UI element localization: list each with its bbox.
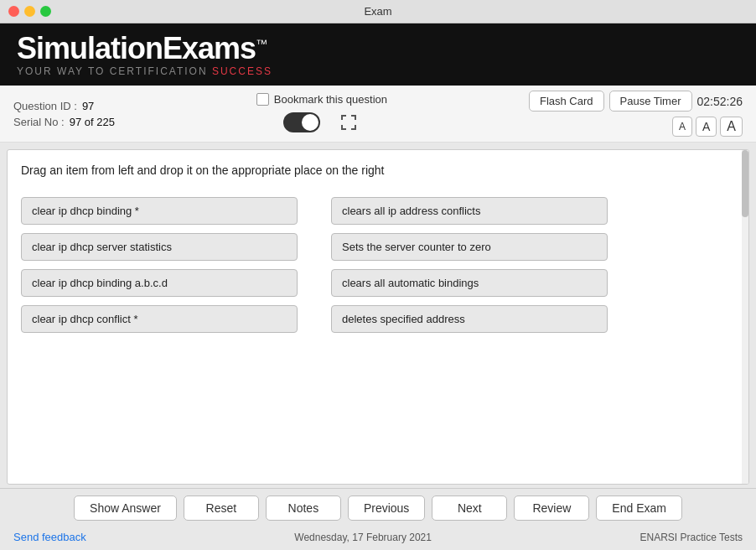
reset-button[interactable]: Reset xyxy=(184,496,259,521)
notes-button[interactable]: Notes xyxy=(266,496,341,521)
app-name: SimulationExams xyxy=(17,31,256,65)
question-info: Question ID : 97 Serial No : 97 of 225 xyxy=(13,100,115,128)
toggle-fullscreen-row xyxy=(283,111,360,134)
font-size-small-button[interactable]: A xyxy=(672,117,692,137)
question-id-value: 97 xyxy=(82,100,94,112)
flash-card-button[interactable]: Flash Card xyxy=(529,91,604,112)
main-content-area: Drag an item from left and drop it on th… xyxy=(7,149,749,485)
trademark: ™ xyxy=(256,37,267,50)
status-brand: ENARSI Practice Tests xyxy=(640,532,743,543)
info-right: Flash Card Pause Timer 02:52:26 A A A xyxy=(529,91,743,137)
instruction-text: Drag an item from left and drop it on th… xyxy=(21,163,735,177)
status-bar: Send feedback Wednesday, 17 February 202… xyxy=(0,527,756,550)
scrollbar-track[interactable] xyxy=(742,150,748,484)
right-drop-item-3[interactable]: deletes specified address xyxy=(331,305,608,333)
drag-drop-grid: clear ip dhcp binding * clears all ip ad… xyxy=(21,197,608,333)
right-drop-item-0[interactable]: clears all ip address conflicts xyxy=(331,197,608,225)
left-drag-item-0[interactable]: clear ip dhcp binding * xyxy=(21,197,298,225)
scrollbar-thumb[interactable] xyxy=(742,150,748,217)
app-logo: SimulationExams™ xyxy=(17,34,267,64)
end-exam-button[interactable]: End Exam xyxy=(596,496,682,521)
dark-mode-toggle[interactable] xyxy=(283,112,320,132)
serial-no-value: 97 of 225 xyxy=(70,116,115,128)
next-button[interactable]: Next xyxy=(432,496,507,521)
tagline-your: YOUR xyxy=(17,65,53,77)
left-drag-item-2[interactable]: clear ip dhcp binding a.b.c.d xyxy=(21,269,298,297)
top-buttons-row: Flash Card Pause Timer 02:52:26 xyxy=(529,91,743,112)
left-drag-item-1[interactable]: clear ip dhcp server statistics xyxy=(21,233,298,261)
show-answer-button[interactable]: Show Answer xyxy=(74,496,177,521)
app-banner: SimulationExams™ YOUR WAY TO CERTIFICATI… xyxy=(0,23,756,86)
title-bar: Exam xyxy=(0,0,756,23)
font-size-large-button[interactable]: A xyxy=(720,117,743,137)
footer-buttons: Show Answer Reset Notes Previous Next Re… xyxy=(0,488,756,527)
question-id-row: Question ID : 97 xyxy=(13,100,115,112)
pause-timer-button[interactable]: Pause Timer xyxy=(609,91,692,112)
minimize-button[interactable] xyxy=(24,6,35,17)
tagline-success: SUCCESS xyxy=(212,65,272,77)
info-center: Bookmark this question xyxy=(132,93,512,134)
maximize-button[interactable] xyxy=(40,6,51,17)
right-drop-item-2[interactable]: clears all automatic bindings xyxy=(331,269,608,297)
close-button[interactable] xyxy=(8,6,19,17)
bookmark-checkbox[interactable] xyxy=(256,93,269,106)
left-drag-item-3[interactable]: clear ip dhcp conflict * xyxy=(21,305,298,333)
window-title: Exam xyxy=(364,5,391,18)
bookmark-label: Bookmark this question xyxy=(274,93,387,106)
info-bar: Question ID : 97 Serial No : 97 of 225 B… xyxy=(0,86,756,143)
serial-no-label: Serial No : xyxy=(13,116,65,128)
font-size-medium-button[interactable]: A xyxy=(696,117,717,137)
font-size-row: A A A xyxy=(672,117,743,137)
fullscreen-icon[interactable] xyxy=(337,111,360,134)
timer-display: 02:52:26 xyxy=(697,95,743,108)
review-button[interactable]: Review xyxy=(514,496,589,521)
status-date: Wednesday, 17 February 2021 xyxy=(294,532,432,543)
serial-no-row: Serial No : 97 of 225 xyxy=(13,116,115,128)
tagline-way: WAY xyxy=(57,65,84,77)
send-feedback-link[interactable]: Send feedback xyxy=(13,531,86,543)
right-drop-item-1[interactable]: Sets the server counter to zero xyxy=(331,233,608,261)
bookmark-row: Bookmark this question xyxy=(256,93,387,106)
previous-button[interactable]: Previous xyxy=(348,496,425,521)
tagline-to: TO CERTIFICATION xyxy=(88,65,208,77)
app-tagline: YOUR WAY TO CERTIFICATION SUCCESS xyxy=(17,65,272,77)
window-controls[interactable] xyxy=(8,6,51,17)
question-id-label: Question ID : xyxy=(13,100,77,112)
